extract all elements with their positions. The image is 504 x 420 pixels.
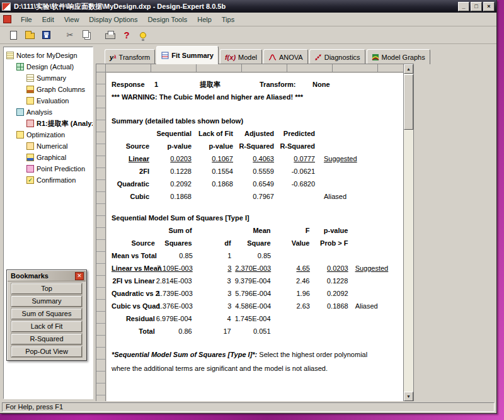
copy-button[interactable] (78, 28, 94, 42)
response-number: 1 (154, 78, 200, 91)
bookmarks-button-list: TopSummarySum of SquaresLack of FitR-Squ… (7, 283, 86, 357)
graphical-icon (26, 154, 34, 161)
tree-item[interactable]: Optimization (4, 129, 93, 140)
grid-column-headers (106, 64, 404, 72)
table-header-row: SourceSquaresdfSquareValueProb > F (112, 237, 404, 249)
table-row: 2FI0.12280.15540.5559-0.0621 (112, 165, 404, 178)
title-bar: D:\111\实验\软件\响应面数据\MyDesign.dxp - Design… (0, 0, 496, 13)
aliased-warning: *** WARNING: The Cubic Model and higher … (112, 91, 404, 103)
tips-button[interactable] (135, 28, 151, 42)
table-row: Cubic0.18680.7967Aliased (112, 190, 404, 203)
help-button[interactable]: ? (118, 28, 135, 42)
fit-summary-report: Response 1 提取率 Transform: None *** WARNI… (106, 73, 404, 401)
analysis-icon (16, 108, 24, 116)
tree-item[interactable]: Point Prediction (4, 163, 93, 174)
minimize-button[interactable]: _ (458, 2, 469, 11)
tree-item[interactable]: Summary (4, 72, 93, 84)
tab-model-graphs[interactable]: Model Graphs (367, 49, 430, 64)
evaluation-icon (26, 97, 34, 105)
new-document-button[interactable] (5, 28, 21, 42)
response-line: Response 1 提取率 Transform: None (112, 78, 404, 91)
notes-icon (6, 52, 14, 59)
maximize-button[interactable]: □ (471, 2, 482, 11)
tree-item[interactable]: Numerical (4, 140, 93, 152)
tab-model[interactable]: f(x) Model (220, 49, 262, 64)
fit-summary-icon (161, 52, 169, 59)
menu-item[interactable]: Display Options (84, 14, 142, 25)
report-footnote: *Sequential Model Sum of Squares [Type I… (112, 348, 373, 375)
tab-diagnostics[interactable]: Diagnostics (309, 49, 365, 64)
transform-icon: yλ (110, 54, 117, 61)
tree-item[interactable]: R1:提取率 (Analyz (4, 118, 93, 129)
optimization-icon (16, 131, 24, 139)
bookmarks-palette: Bookmarks ✕ TopSummarySum of SquaresLack… (6, 270, 87, 361)
status-bar: For Help, press F1 (0, 401, 496, 413)
table-row: Mean vs Total0.8510.85 (112, 249, 404, 262)
bookmark-button[interactable]: Lack of Fit (11, 321, 82, 332)
close-button[interactable]: × (483, 2, 495, 11)
bookmark-button[interactable]: Top (11, 283, 82, 294)
scroll-up-arrow-icon[interactable]: ▲ (404, 64, 413, 74)
tree-item[interactable]: Analysis (4, 106, 93, 118)
table-header-row: Sum ofMeanFp-value (112, 224, 404, 237)
grid-row-headers (96, 72, 106, 401)
print-button[interactable] (102, 28, 118, 42)
footnote-title: *Sequential Model Sum of Squares [Type I… (112, 351, 257, 358)
sequential-table-header: Sum ofMeanFp-value SourceSquaresdfSquare… (112, 224, 404, 249)
tab-transform[interactable]: yλ Transform (105, 49, 155, 64)
tree-item[interactable]: Evaluation (4, 95, 93, 106)
sequential-table-title: Sequential Model Sum of Squares [Type I] (112, 212, 404, 224)
tree-item[interactable]: Graph Columns (4, 84, 93, 95)
table-header-row: SequentialLack of FitAdjustedPredicted (112, 127, 404, 140)
table-row: Linear0.02030.10670.40630.0777Suggested (112, 152, 404, 165)
tree-item[interactable]: Confirmation (4, 174, 93, 186)
bookmark-button[interactable]: Pop-Out View (11, 346, 82, 357)
bookmark-button[interactable]: Sum of Squares (11, 309, 82, 319)
save-button[interactable] (38, 28, 54, 42)
menu-item[interactable]: Tips (217, 14, 239, 25)
copy-icon (83, 30, 89, 38)
tab-anova[interactable]: ANOVA (263, 49, 308, 64)
anova-icon (268, 54, 277, 61)
tree-item[interactable]: Graphical (4, 152, 93, 163)
open-folder-icon (25, 33, 35, 39)
save-floppy-icon (42, 31, 50, 39)
open-button[interactable] (21, 28, 38, 42)
menu-item[interactable]: Design Tools (142, 14, 192, 25)
window-title: D:\111\实验\软件\响应面数据\MyDesign.dxp - Design… (14, 2, 457, 11)
cut-button[interactable]: ✂ (62, 28, 78, 42)
report-grid: Response 1 提取率 Transform: None *** WARNI… (96, 64, 414, 402)
vertical-scrollbar[interactable]: ▲ ▼ (403, 64, 413, 401)
table-row: 2FI vs Linear2.814E-00339.379E-0042.460.… (112, 275, 404, 287)
menu-item[interactable]: View (59, 14, 84, 25)
table-row: Cubic vs Quad1.376E-00334.586E-0042.630.… (112, 300, 404, 312)
bookmarks-title: Bookmarks (11, 272, 75, 280)
scroll-down-arrow-icon[interactable]: ▼ (404, 392, 413, 401)
bookmark-button[interactable]: Summary (11, 296, 82, 307)
bookmarks-close-icon[interactable]: ✕ (75, 272, 84, 280)
menu-item[interactable]: File (16, 14, 37, 25)
bookmarks-title-bar[interactable]: Bookmarks ✕ (8, 271, 86, 281)
confirmation-icon (26, 176, 34, 184)
bookmark-button[interactable]: R-Squared (11, 334, 82, 344)
table-row: Quadratic0.20920.18680.6549-0.6820 (112, 178, 404, 190)
tree-item[interactable]: Design (Actual) (4, 61, 93, 72)
table-header-row: Sourcep-valuep-valueR-SquaredR-Squared (112, 140, 404, 152)
model-icon: f(x) (225, 54, 236, 61)
tab-fit-summary[interactable]: Fit Summary (156, 46, 219, 64)
analysis-tab-bar: yλ Transform Fit Summary f(x) Model ANOV… (96, 45, 414, 64)
status-text: For Help, press F1 (2, 402, 495, 412)
menu-item[interactable]: Help (192, 14, 217, 25)
table-row: Linear vs Mean7.109E-00332.370E-0034.650… (112, 262, 404, 275)
scrollbar-thumb[interactable] (404, 74, 413, 130)
transform-value: None (312, 78, 330, 91)
menu-item[interactable]: Edit (37, 14, 59, 25)
summary-icon (26, 74, 34, 82)
new-document-icon (10, 31, 17, 40)
app-icon (2, 3, 11, 11)
response-label: Response (112, 78, 154, 91)
help-icon: ? (123, 30, 129, 40)
graph-columns-icon (26, 86, 34, 93)
point-prediction-icon (26, 165, 34, 173)
tree-item[interactable]: Notes for MyDesign (4, 50, 93, 61)
